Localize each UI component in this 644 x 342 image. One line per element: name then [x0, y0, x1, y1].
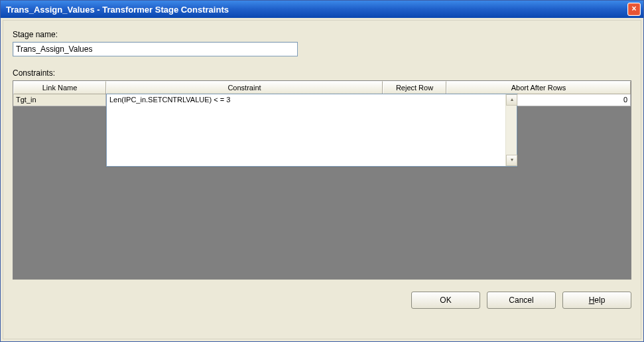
title-bar: Trans_Assign_Values - Transformer Stage … — [1, 1, 643, 18]
help-post: elp — [594, 296, 605, 305]
dialog-content: Stage name: Constraints: Link Name Const… — [3, 20, 641, 339]
constraint-editor: ▴ ▾ — [106, 94, 517, 167]
scroll-down-icon[interactable]: ▾ — [506, 155, 517, 166]
close-button[interactable]: × — [627, 3, 641, 16]
grid-header-row: Link Name Constraint Reject Row Abort Af… — [13, 81, 631, 94]
col-header-abort-after[interactable]: Abort After Rows — [446, 81, 631, 94]
constraint-editor-textarea[interactable] — [107, 94, 505, 166]
stage-name-label: Stage name: — [13, 30, 631, 39]
col-header-constraint[interactable]: Constraint — [106, 81, 383, 94]
dialog-window: Trans_Assign_Values - Transformer Stage … — [0, 0, 644, 342]
cancel-button[interactable]: Cancel — [487, 292, 556, 309]
constraints-grid: Link Name Constraint Reject Row Abort Af… — [13, 80, 631, 280]
constraints-label: Constraints: — [13, 68, 631, 78]
scroll-up-icon[interactable]: ▴ — [506, 94, 517, 106]
stage-name-input[interactable] — [13, 42, 298, 56]
cell-link-name[interactable]: Tgt_in — [13, 94, 106, 106]
help-button[interactable]: Help — [562, 292, 631, 309]
col-header-link-name[interactable]: Link Name — [13, 81, 106, 94]
editor-scrollbar: ▴ ▾ — [505, 94, 517, 166]
dialog-footer: OK Cancel Help — [13, 280, 631, 309]
ok-button[interactable]: OK — [411, 292, 480, 309]
col-header-reject-row[interactable]: Reject Row — [383, 81, 446, 94]
window-title: Trans_Assign_Values - Transformer Stage … — [6, 5, 229, 15]
